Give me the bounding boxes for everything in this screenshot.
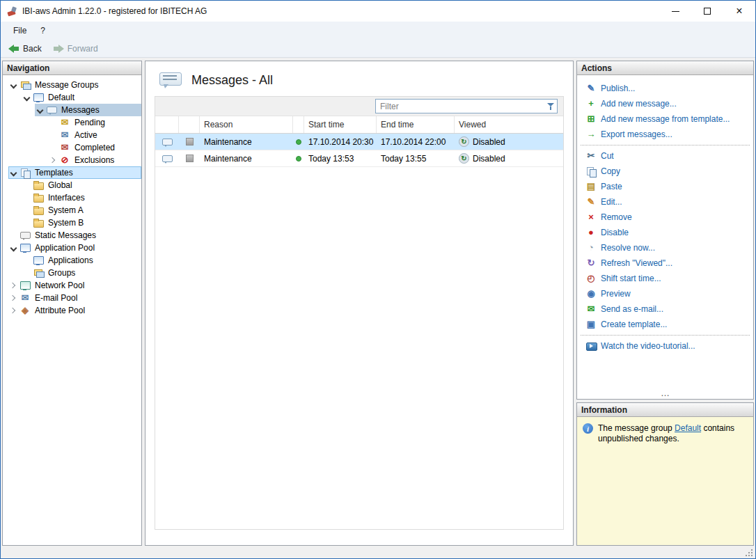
col-end-time[interactable]: End time xyxy=(377,116,455,133)
tree-item-exclusions[interactable]: ⊘ Exclusions xyxy=(3,154,141,166)
action-publish[interactable]: ✎ Publish... xyxy=(577,81,753,96)
close-button[interactable]: × xyxy=(723,1,755,22)
tree-chevron-icon[interactable] xyxy=(48,155,58,166)
navigation-panel: Navigation Message Groups Default Messag… xyxy=(2,61,142,546)
messages-table-body: Maintenance 17.10.2014 20:30 17.10.2014 … xyxy=(155,134,563,529)
tree-chevron-icon[interactable] xyxy=(22,217,31,228)
action-remove[interactable]: × Remove xyxy=(577,210,753,225)
reason-cell: Maintenance xyxy=(204,154,252,164)
action-disable[interactable]: ● Disable xyxy=(577,225,753,240)
tree-chevron-icon[interactable] xyxy=(8,167,18,178)
tree-chevron-icon[interactable] xyxy=(22,267,31,278)
action-add-new-message-from-template[interactable]: ⊞ Add new message from template... xyxy=(577,111,753,127)
actions-list: ✎ Publish... + Add new message... ⊞ Add … xyxy=(577,75,753,391)
action-resolve-now[interactable]: ◔ Resolve now... xyxy=(577,240,753,255)
tree-chevron-icon[interactable] xyxy=(22,92,31,103)
tree-item-static-messages[interactable]: Static Messages xyxy=(3,229,141,242)
tree-chevron-icon[interactable] xyxy=(8,280,18,291)
tree-item-application-pool[interactable]: Application Pool xyxy=(3,242,141,254)
filter-input[interactable] xyxy=(376,102,544,111)
window-controls: × xyxy=(659,1,755,22)
default-group-link[interactable]: Default xyxy=(675,423,701,433)
action-preview[interactable]: ◉ Preview xyxy=(577,286,753,301)
tree-chevron-icon[interactable] xyxy=(22,205,31,216)
viewed-cell: Disabled xyxy=(473,137,505,147)
row-state-square[interactable] xyxy=(186,155,194,162)
video-tutorial-icon xyxy=(585,340,597,352)
toolbar: Back Forward xyxy=(1,40,755,58)
table-row[interactable]: Maintenance Today 13:53 Today 13:55 ↻Dis… xyxy=(155,150,563,167)
col-status-dot[interactable] xyxy=(293,116,304,133)
tree-chevron-icon[interactable] xyxy=(48,129,58,141)
col-reason[interactable]: Reason xyxy=(200,116,293,133)
action-paste[interactable]: ▤ Paste xyxy=(577,179,753,194)
row-state-square[interactable] xyxy=(186,138,194,145)
tree-chevron-icon[interactable] xyxy=(8,305,18,316)
tree-chevron-icon[interactable] xyxy=(8,79,18,90)
tree-item-global[interactable]: Global xyxy=(3,179,141,191)
information-text: The message group Default contains unpub… xyxy=(598,423,748,444)
tree-chevron-icon[interactable] xyxy=(8,242,18,253)
tree-item-interfaces[interactable]: Interfaces xyxy=(3,191,141,204)
tree-item-e-mail-pool[interactable]: ✉ E-mail Pool xyxy=(3,292,141,304)
minimize-button[interactable] xyxy=(659,1,691,22)
action-cut[interactable]: ✂ Cut xyxy=(577,148,753,164)
tree-item-completed[interactable]: ✉ Completed xyxy=(3,141,141,154)
tree-item-system-b[interactable]: System B xyxy=(3,216,141,229)
action-refresh-viewed[interactable]: ↻ Refresh "Viewed"... xyxy=(577,255,753,271)
end-time-cell: Today 13:55 xyxy=(381,154,426,164)
action-watch-the-video-tutorial[interactable]: Watch the video-tutorial... xyxy=(577,338,753,354)
forward-button[interactable]: Forward xyxy=(48,42,103,55)
title-bar[interactable]: IBI-aws Admin 1.22.0 - registered for IB… xyxy=(1,1,755,22)
action-create-template[interactable]: ▣ Create template... xyxy=(577,317,753,332)
back-button[interactable]: Back xyxy=(3,42,47,55)
menu-help[interactable]: ? xyxy=(33,22,52,40)
groups-icon xyxy=(33,267,44,278)
tree-chevron-icon[interactable] xyxy=(8,292,18,304)
tree-item-default[interactable]: Default xyxy=(3,91,141,104)
resize-grip[interactable] xyxy=(745,549,753,557)
tree-chevron-icon[interactable] xyxy=(48,117,58,128)
filter-funnel-icon[interactable] xyxy=(544,100,557,113)
tree-chevron-icon[interactable] xyxy=(22,180,31,191)
table-row[interactable]: Maintenance 17.10.2014 20:30 17.10.2014 … xyxy=(155,134,563,150)
action-add-new-message[interactable]: + Add new message... xyxy=(577,96,753,111)
menu-bar: File ? xyxy=(1,22,755,40)
tree-item-system-a[interactable]: System A xyxy=(3,204,141,216)
exclusions-icon: ⊘ xyxy=(59,155,70,166)
tree-item-label: System A xyxy=(45,205,86,216)
action-send-as-e-mail[interactable]: ✉ Send as e-mail... xyxy=(577,301,753,317)
col-viewed[interactable]: Viewed xyxy=(455,116,563,133)
tree-chevron-icon[interactable] xyxy=(8,230,18,241)
action-copy[interactable]: Copy xyxy=(577,164,753,179)
tree-item-templates[interactable]: Templates xyxy=(3,166,141,179)
tree-chevron-icon[interactable] xyxy=(48,142,58,153)
add-message-icon: + xyxy=(585,98,597,109)
action-export-messages[interactable]: → Export messages... xyxy=(577,127,753,142)
tree-item-attribute-pool[interactable]: ◈ Attribute Pool xyxy=(3,304,141,317)
app-icon xyxy=(6,6,17,17)
tree-chevron-icon[interactable] xyxy=(22,192,31,203)
tree-item-groups[interactable]: Groups xyxy=(3,267,141,279)
actions-overflow[interactable]: … xyxy=(577,391,753,399)
tree-item-applications[interactable]: Applications xyxy=(3,254,141,267)
tree-item-active[interactable]: ✉ Active xyxy=(3,129,141,141)
tree-item-network-pool[interactable]: Network Pool xyxy=(3,279,141,292)
col-state[interactable] xyxy=(179,116,200,133)
folder-icon xyxy=(33,205,44,216)
publish-icon: ✎ xyxy=(585,83,597,94)
tree-item-label: Attribute Pool xyxy=(32,305,88,316)
col-message-icon[interactable] xyxy=(155,116,179,133)
menu-file[interactable]: File xyxy=(6,22,33,40)
tree-item-message-groups[interactable]: Message Groups xyxy=(3,79,141,91)
tree-item-pending[interactable]: ✉ Pending xyxy=(3,116,141,129)
tree-chevron-icon[interactable] xyxy=(22,255,31,266)
network-pool-icon xyxy=(19,280,31,291)
action-shift-start-time[interactable]: ◴ Shift start time... xyxy=(577,271,753,286)
pending-icon: ✉ xyxy=(59,117,70,128)
tree-chevron-icon[interactable] xyxy=(35,104,45,116)
tree-item-messages[interactable]: Messages xyxy=(3,104,141,116)
action-edit[interactable]: ✎ Edit... xyxy=(577,194,753,210)
col-start-time[interactable]: Start time xyxy=(304,116,377,133)
maximize-button[interactable] xyxy=(691,1,723,22)
